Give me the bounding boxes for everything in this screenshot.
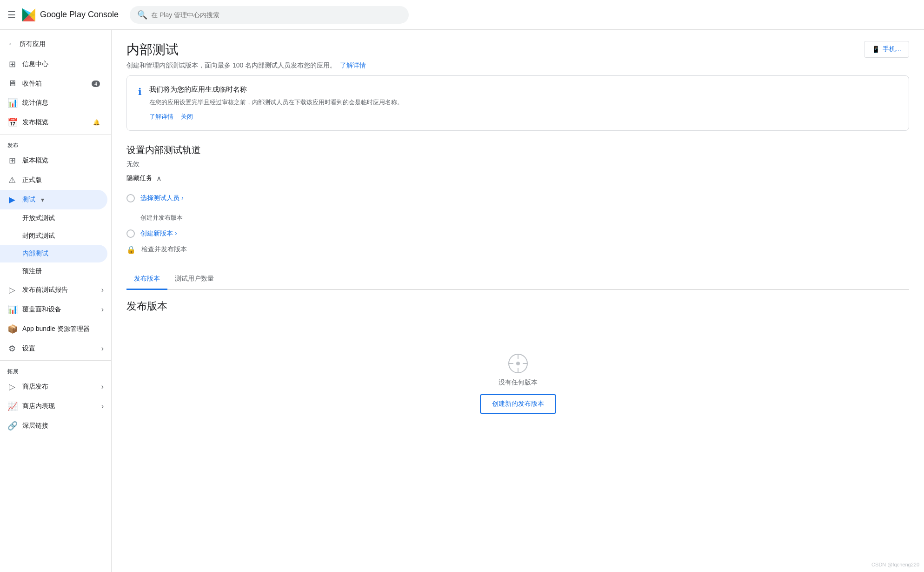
info-description: 在您的应用设置完毕且经过审核之前，内部测试人员在下载该应用时看到的会是临时应用名… (149, 98, 403, 107)
deep-link-label: 深层链接 (22, 422, 48, 430)
open-test-label: 开放式测试 (22, 214, 55, 222)
info-card: ℹ 我们将为您的应用生成临时名称 在您的应用设置完毕且经过审核之前，内部测试人员… (126, 75, 909, 131)
sidebar-item-deep-link[interactable]: 🔗 深层链接 (0, 416, 107, 436)
page-title: 内部测试 (126, 41, 366, 59)
sidebar-item-pre-register[interactable]: 预注册 (0, 262, 107, 280)
store-publish-icon: ▷ (7, 382, 17, 392)
svg-point-5 (516, 362, 520, 365)
search-box[interactable]: 🔍 (130, 6, 409, 24)
store-perf-expand-icon: › (101, 402, 104, 410)
sidebar-item-stats[interactable]: 📊 统计信息 (0, 93, 107, 113)
store-publish-expand-icon: › (101, 383, 104, 391)
coverage-expand-icon: › (101, 305, 104, 314)
app-bundle-label: App bundle 资源管理器 (22, 325, 90, 333)
empty-state: 没有任何版本 创建新的发布版本 (126, 324, 909, 442)
setup-value: 无效 (126, 160, 909, 168)
deep-link-icon: 🔗 (7, 421, 17, 431)
info-card-content: 我们将为您的应用生成临时名称 在您的应用设置完毕且经过审核之前，内部测试人员在下… (149, 85, 403, 121)
tasks-label: 隐藏任务 (126, 174, 153, 182)
task-create-label[interactable]: 创建新版本 › (140, 229, 177, 238)
create-release-button[interactable]: 创建新的发布版本 (480, 394, 556, 414)
sidebar-item-label: 版本概览 (22, 156, 48, 165)
page-subtitle: 创建和管理内部测试版本，面向最多 100 名内部测试人员发布您的应用。 了解详情 (126, 61, 366, 70)
empty-state-icon (507, 352, 529, 375)
dashboard-icon: ⊞ (7, 59, 17, 69)
device-button[interactable]: 📱 手机... (864, 41, 909, 58)
coverage-icon: 📊 (7, 304, 17, 315)
sidebar-item-test[interactable]: ▶ 测试 ▾ (0, 190, 107, 209)
sidebar-item-inbox[interactable]: 🖥 收件箱 4 (0, 74, 107, 93)
learn-more-link[interactable]: 了解详情 (149, 113, 173, 121)
inbox-icon: 🖥 (7, 79, 17, 88)
setup-title: 设置内部测试轨道 (126, 144, 909, 156)
task-check-publish: 🔒 检查并发布版本 (126, 242, 909, 258)
tasks-toggle[interactable]: 隐藏任务 ∧ (126, 174, 909, 183)
empty-text: 没有任何版本 (499, 378, 538, 387)
tab-release-versions[interactable]: 发布版本 (126, 269, 167, 290)
page-header: 内部测试 创建和管理内部测试版本，面向最多 100 名内部测试人员发布您的应用。… (126, 41, 909, 70)
search-input[interactable] (151, 11, 401, 19)
sidebar-item-open-test[interactable]: 开放式测试 (0, 209, 107, 227)
subtitle-link[interactable]: 了解详情 (340, 61, 366, 69)
collapse-icon: ∧ (156, 174, 162, 183)
subtitle-text: 创建和管理内部测试版本，面向最多 100 名内部测试人员发布您的应用。 (126, 61, 336, 69)
sidebar-item-store-performance[interactable]: 📈 商店内表现 › (0, 397, 111, 416)
tab-test-users-label: 测试用户数量 (175, 275, 214, 282)
closed-test-label: 封闭式测试 (22, 232, 55, 240)
watermark: CSDN @fqcheng220 (871, 562, 919, 567)
task-select-testers: 选择测试人员 › (126, 190, 909, 206)
sidebar: ← 所有应用 ⊞ 信息中心 🖥 收件箱 4 📊 统计信息 📅 发布概览 🔔 发布… (0, 30, 112, 572)
sidebar-item-pre-launch-report[interactable]: ▷ 发布前测试报告 › (0, 280, 111, 300)
task-circle-icon (126, 194, 135, 202)
version-overview-icon: ⊞ (7, 155, 17, 166)
task-locked-label: 检查并发布版本 (141, 245, 187, 254)
info-icon: ℹ (138, 86, 142, 97)
task-label[interactable]: 选择测试人员 › (140, 194, 184, 202)
task-create-version: 创建新版本 › (126, 226, 909, 242)
tab-test-users[interactable]: 测试用户数量 (167, 269, 221, 290)
menu-icon[interactable]: ☰ (7, 9, 16, 20)
main-content: 内部测试 创建和管理内部测试版本，面向最多 100 名内部测试人员发布您的应用。… (112, 30, 924, 572)
sidebar-item-label: 测试 (22, 195, 35, 204)
sidebar-item-label: 正式版 (22, 176, 42, 184)
sidebar-item-coverage[interactable]: 📊 覆盖面和设备 › (0, 300, 111, 319)
sidebar-item-version-overview[interactable]: ⊞ 版本概览 (0, 151, 107, 170)
sidebar-item-publish-overview[interactable]: 📅 发布概览 🔔 (0, 113, 107, 132)
expand-icon: ▷ (7, 285, 17, 295)
device-label: 手机... (883, 45, 901, 54)
sidebar-item-label: 收件箱 (22, 80, 42, 88)
app-logo: Google Play Console (21, 7, 119, 22)
task-group-label: 创建并发布版本 (140, 214, 909, 222)
back-button[interactable]: ← 所有应用 (0, 34, 111, 54)
logo-icon (21, 7, 36, 22)
sidebar-item-settings[interactable]: ⚙ 设置 › (0, 339, 111, 358)
tab-release-label: 发布版本 (134, 275, 160, 282)
sidebar-item-app-bundle[interactable]: 📦 App bundle 资源管理器 (0, 319, 107, 339)
chevron-right-icon: › (101, 286, 104, 294)
sidebar-divider (0, 134, 111, 135)
sidebar-item-dashboard[interactable]: ⊞ 信息中心 (0, 54, 107, 74)
inbox-badge: 4 (92, 81, 100, 87)
release-section-title: 发布版本 (126, 299, 909, 313)
sidebar-item-internal-test[interactable]: 内部测试 (0, 245, 107, 262)
search-icon: 🔍 (137, 10, 147, 20)
stats-icon: 📊 (7, 98, 17, 108)
settings-icon: ⚙ (7, 343, 17, 354)
store-publish-label: 商店发布 (22, 383, 48, 391)
task-lock-icon: 🔒 (126, 245, 136, 254)
release-section: 发布版本 没有任何版本 创建新的发布版本 (126, 299, 909, 442)
sidebar-item-store-publish[interactable]: ▷ 商店发布 › (0, 377, 111, 397)
content-tabs: 发布版本 测试用户数量 (126, 269, 909, 290)
sidebar-divider-2 (0, 360, 111, 361)
internal-test-label: 内部测试 (22, 249, 48, 258)
close-link[interactable]: 关闭 (181, 113, 193, 121)
settings-expand-icon: › (101, 344, 104, 353)
notification-badge: 🔔 (93, 119, 100, 126)
publish-overview-icon: 📅 (7, 117, 17, 128)
task-circle-icon-2 (126, 229, 135, 238)
device-icon: 📱 (872, 46, 880, 53)
sidebar-item-closed-test[interactable]: 封闭式测试 (0, 227, 107, 245)
sidebar-item-release[interactable]: ⚠ 正式版 (0, 170, 107, 190)
back-label: 所有应用 (20, 40, 46, 48)
settings-label: 设置 (22, 344, 35, 353)
